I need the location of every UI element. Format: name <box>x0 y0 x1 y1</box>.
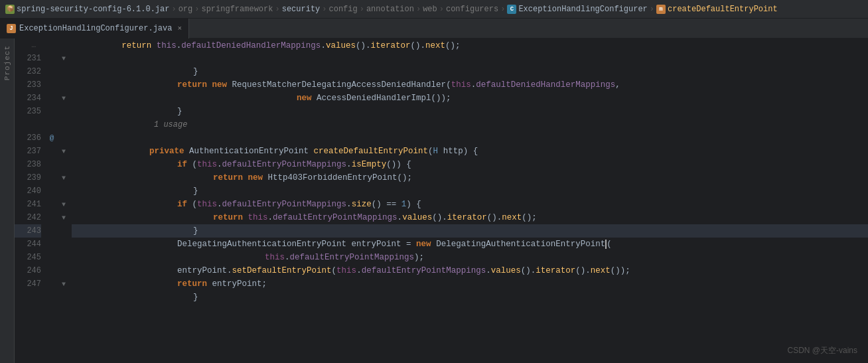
sep7: › <box>439 5 444 14</box>
sep5: › <box>360 5 364 14</box>
gutter-usage <box>46 118 57 131</box>
gutter-233 <box>46 78 57 92</box>
gutter-245 <box>46 251 57 264</box>
tab-exception-handling-configurer[interactable]: J ExceptionHandlingConfigurer.java × <box>0 19 189 38</box>
sep3: › <box>275 5 279 14</box>
breadcrumb-method[interactable]: createDefaultEntryPoint <box>668 5 778 14</box>
gutter-240 <box>46 184 57 198</box>
code-line-top: return this.defaultDeniedHandlerMappings… <box>72 38 868 52</box>
breadcrumb-jar[interactable]: spring-security-config-6.1.0.jar <box>17 5 169 14</box>
gutter-236: @ <box>46 131 57 145</box>
gutter-234 <box>46 92 57 105</box>
tab-bar: J ExceptionHandlingConfigurer.java × <box>0 19 868 38</box>
code-line-235 <box>72 105 868 118</box>
breadcrumb-class[interactable]: ExceptionHandlingConfigurer <box>518 5 647 14</box>
breadcrumb-org[interactable]: org <box>179 5 193 14</box>
method-icon: m <box>656 5 666 14</box>
usage-hint: 1 usage <box>72 118 868 131</box>
sep8: › <box>500 5 505 14</box>
fold-234[interactable]: ▼ <box>58 92 69 105</box>
gutter-231 <box>46 52 57 65</box>
fold-242[interactable]: ▼ <box>58 211 69 224</box>
fold-241[interactable]: ▼ <box>58 198 69 211</box>
tab-file-icon: J <box>7 24 16 33</box>
fold-239[interactable]: ▼ <box>58 171 69 184</box>
code-area: … 231 232 233 234 235 236 237 238 239 24… <box>15 38 868 363</box>
fold-231[interactable]: ▼ <box>58 52 69 65</box>
sep6: › <box>416 5 421 14</box>
sep9: › <box>650 5 654 14</box>
code-line-231: } <box>72 52 868 65</box>
gutter-238 <box>46 158 57 171</box>
editor-container: Project … 231 232 233 234 235 236 237 23… <box>0 38 868 363</box>
watermark: CSDN @天空-vains <box>787 345 857 356</box>
breadcrumb-springframework[interactable]: springframework <box>201 5 273 14</box>
gutter-241 <box>46 198 57 211</box>
breadcrumb-config[interactable]: config <box>329 5 358 14</box>
jar-icon: 📦 <box>5 5 15 14</box>
breadcrumb-configurers[interactable]: configurers <box>446 5 498 14</box>
sidebar-strip[interactable]: Project <box>0 38 15 363</box>
breadcrumb-annotation[interactable]: annotation <box>366 5 414 14</box>
gutter-244 <box>46 238 57 251</box>
gutter: @ <box>46 38 58 363</box>
breadcrumb: 📦 spring-security-config-6.1.0.jar › org… <box>0 0 868 19</box>
gutter-237 <box>46 145 57 158</box>
tab-close-button[interactable]: × <box>177 25 182 33</box>
breadcrumb-security[interactable]: security <box>282 5 321 14</box>
sidebar-label: Project <box>3 45 11 80</box>
sep4: › <box>322 5 326 14</box>
gutter-235 <box>46 105 57 118</box>
sep1: › <box>171 5 176 14</box>
fold-gutter: ▼ ▼ ▼ ▼ ▼ ▼ ▼ <box>58 38 69 363</box>
code-editor[interactable]: … 231 232 233 234 235 236 237 238 239 24… <box>15 38 868 363</box>
class-icon: C <box>507 5 516 14</box>
gutter-243 <box>46 224 57 238</box>
gutter-232 <box>46 65 57 78</box>
gutter-247 <box>46 277 57 291</box>
code-line-236: private AuthenticationEntryPoint createD… <box>72 131 868 145</box>
tab-filename: ExceptionHandlingConfigurer.java <box>19 24 172 33</box>
fold-247[interactable]: ▼ <box>58 277 69 291</box>
line-numbers: … 231 232 233 234 235 236 237 238 239 24… <box>15 38 46 363</box>
gutter-239 <box>46 171 57 184</box>
gutter-246 <box>46 264 57 277</box>
sep2: › <box>194 5 199 14</box>
fold-237[interactable]: ▼ <box>58 145 69 158</box>
breadcrumb-web[interactable]: web <box>423 5 437 14</box>
gutter-242 <box>46 211 57 224</box>
code-content[interactable]: return this.defaultDeniedHandlerMappings… <box>69 38 868 363</box>
